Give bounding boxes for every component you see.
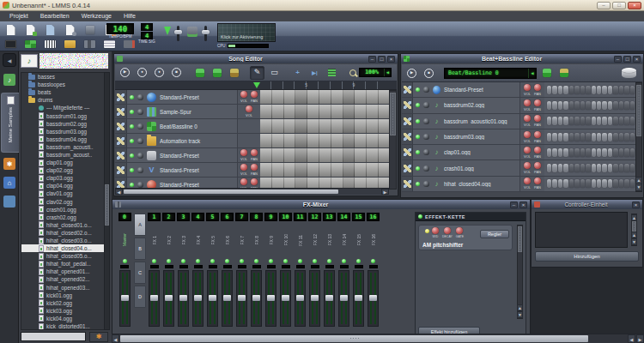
beat-cell[interactable] <box>574 133 579 141</box>
minimize-button[interactable]: – <box>597 2 611 9</box>
beat-cell[interactable] <box>580 133 585 141</box>
browser-item[interactable]: bassloopes <box>21 81 109 88</box>
browser-search-input[interactable] <box>21 332 86 341</box>
beat-cell[interactable] <box>552 117 556 125</box>
browser-item[interactable]: kick_distorted01... <box>21 322 109 330</box>
browser-item[interactable]: kick01.ogg <box>21 292 109 299</box>
track-grip-handle[interactable] <box>402 177 413 191</box>
menu-item-projekt[interactable]: Projekt <box>3 11 34 21</box>
track-solo-knob[interactable] <box>137 153 143 159</box>
fx-channel-fader[interactable] <box>178 270 189 327</box>
track-volume-knob[interactable] <box>240 91 247 98</box>
toggle-automation-editor-button[interactable] <box>61 39 79 49</box>
browser-item[interactable]: hihat_closed01.o... <box>21 221 109 229</box>
beat-cell[interactable] <box>619 101 623 110</box>
fx-chain-scroll-down-arrow[interactable]: ▼ <box>517 311 523 318</box>
bb-editor-minimize-button[interactable]: – <box>614 56 622 63</box>
fx-mixer-minimize-button[interactable]: – <box>510 202 518 208</box>
fx-channel-mute-led[interactable] <box>181 259 185 263</box>
track-mute-led[interactable] <box>416 166 420 171</box>
browser-item[interactable]: hihat_opened01... <box>21 268 109 275</box>
tempo-display[interactable]: 140 <box>106 23 134 34</box>
fx-chain-header[interactable]: EFFEKT-KETTE <box>416 213 526 221</box>
track-volume-knob[interactable] <box>524 84 531 91</box>
fx-channel-fader[interactable] <box>324 270 335 327</box>
fx-channel-fader[interactable] <box>236 270 247 327</box>
beat-cell[interactable] <box>586 86 590 94</box>
track-grip-handle[interactable] <box>115 148 127 162</box>
effect-knob-gate[interactable] <box>456 227 463 234</box>
track-grip-handle[interactable] <box>115 119 127 133</box>
fx-channel-fader[interactable] <box>222 270 233 327</box>
toggle-piano-roll-button[interactable] <box>41 39 59 49</box>
browser-item[interactable]: hihat_closed03.o... <box>21 237 109 244</box>
song-editor-maximize-button[interactable]: □ <box>378 56 386 63</box>
fx-fader-handle[interactable] <box>267 295 275 301</box>
track-solo-knob[interactable] <box>137 123 143 129</box>
bb-add-steps-button[interactable] <box>539 66 554 80</box>
bb-pattern-dropdown-arrow-icon[interactable]: ◀ <box>528 69 536 78</box>
toggle-bb-editor-button[interactable] <box>21 39 39 49</box>
recently-opened-button[interactable] <box>61 23 79 37</box>
track-grip-handle[interactable] <box>402 145 413 159</box>
track-mute-led[interactable] <box>416 135 420 139</box>
fx-fader-handle[interactable] <box>311 295 319 301</box>
fx-bank-button-a[interactable]: A <box>134 214 146 236</box>
beat-cell[interactable] <box>569 164 574 172</box>
browser-item[interactable]: beats <box>21 88 109 96</box>
bb-clone-pattern-button[interactable] <box>556 66 571 80</box>
browser-item[interactable]: bassdrum_acousti.. <box>21 143 109 151</box>
track-solo-knob[interactable] <box>423 134 429 140</box>
beat-cell[interactable] <box>558 101 562 110</box>
fx-fader-handle[interactable] <box>238 295 246 301</box>
fx-channel-strip[interactable]: 5FX 5 <box>206 213 219 327</box>
beat-cell[interactable] <box>613 86 617 94</box>
song-stop-button[interactable]: ■ <box>169 66 184 80</box>
beat-cell[interactable] <box>619 148 623 157</box>
beat-cell[interactable] <box>630 133 635 141</box>
beat-cell[interactable] <box>592 148 596 157</box>
fx-chain-scroll-up-arrow[interactable]: ▲ <box>517 304 523 311</box>
track-pan-knob[interactable] <box>534 162 541 169</box>
beat-cell[interactable] <box>547 164 551 172</box>
beat-cell[interactable] <box>608 133 612 141</box>
effect-controls-button[interactable]: Regler <box>480 230 509 238</box>
track-mute-led[interactable] <box>130 110 134 114</box>
fx-fader-handle[interactable] <box>165 295 173 301</box>
track-solo-knob[interactable] <box>137 182 143 188</box>
fx-channel-strip[interactable]: 16FX 16 <box>367 213 380 327</box>
beat-cell[interactable] <box>608 179 612 188</box>
beat-cell[interactable] <box>597 179 601 188</box>
browser-item[interactable]: kick04.ogg <box>21 315 109 322</box>
beat-cell[interactable] <box>569 86 574 94</box>
beat-cell[interactable] <box>552 86 556 94</box>
save-project-button[interactable] <box>81 23 99 37</box>
track-volume-knob[interactable] <box>240 178 247 185</box>
track-solo-knob[interactable] <box>423 149 429 155</box>
song-grid-segment-area[interactable] <box>260 119 391 133</box>
controller-rack-titlebar[interactable]: Controller-Einheit × <box>532 200 642 209</box>
zoom-dropdown-arrow-icon[interactable]: ◀ <box>384 69 391 76</box>
fx-channel-strip[interactable]: 12FX 12 <box>308 213 321 327</box>
fx-channel-mute-led[interactable] <box>371 259 375 263</box>
beat-cell[interactable] <box>613 133 617 141</box>
beat-cell[interactable] <box>624 101 629 110</box>
fx-fader-handle[interactable] <box>355 295 362 301</box>
beat-cell[interactable] <box>630 148 635 157</box>
output-visualizer[interactable]: Klick zur Aktivierung <box>217 23 276 42</box>
beat-cell[interactable] <box>602 86 606 94</box>
master-volume-slider-knob[interactable] <box>174 30 182 34</box>
fx-channel-strip[interactable]: 7FX 7 <box>235 213 248 327</box>
workspace-hscroll-left2-arrow[interactable]: ◀ <box>628 334 635 343</box>
song-timeline[interactable]: 5913 <box>115 81 397 90</box>
fx-fader-handle[interactable] <box>150 295 158 301</box>
track-volume-knob[interactable] <box>524 147 531 153</box>
hscroll-left-arrow[interactable]: ◀ <box>115 189 123 195</box>
master-pitch-slider[interactable] <box>204 26 207 41</box>
beat-cell[interactable] <box>563 179 568 188</box>
track-pan-knob[interactable] <box>534 84 541 91</box>
beat-cell[interactable] <box>624 164 629 172</box>
beat-cell[interactable] <box>574 101 579 110</box>
effect-enable-led[interactable] <box>425 229 429 233</box>
track-solo-knob[interactable] <box>137 138 143 144</box>
